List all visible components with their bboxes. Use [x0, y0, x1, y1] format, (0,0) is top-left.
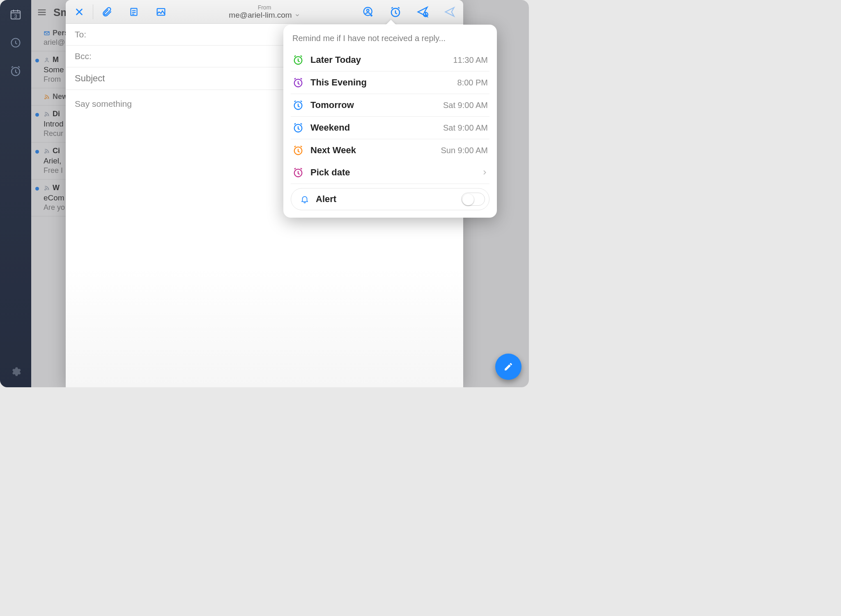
reminder-option[interactable]: This Evening8:00 PM [291, 71, 489, 94]
rss-icon [44, 185, 50, 191]
reminder-title: Remind me if I have not received a reply… [292, 34, 488, 43]
rss-icon [44, 111, 50, 117]
menu-icon[interactable] [36, 7, 48, 18]
reminder-option-time: Sun 9:00 AM [441, 146, 488, 155]
reminder-option-label: This Evening [310, 77, 451, 88]
send-button[interactable] [436, 0, 463, 23]
close-button[interactable] [66, 0, 93, 23]
rss-icon [44, 148, 50, 154]
unread-dot [35, 113, 39, 117]
reminder-option-time: Sat 9:00 AM [443, 123, 488, 133]
person-icon [44, 57, 50, 63]
svg-point-13 [367, 9, 369, 11]
nav-rail: 3 [0, 0, 31, 387]
rss-icon [44, 94, 50, 100]
svg-point-8 [45, 152, 46, 153]
chevron-right-icon [481, 169, 488, 176]
list-item-title: Di [53, 110, 60, 118]
reminder-option[interactable]: WeekendSat 9:00 AM [291, 117, 489, 139]
svg-text:3: 3 [14, 14, 17, 19]
reminder-option-label: Later Today [310, 55, 446, 65]
compose-toolbar: From me@ariel-lim.com [66, 0, 463, 24]
subject-placeholder: Subject [75, 73, 105, 83]
alert-toggle[interactable] [461, 193, 485, 206]
svg-point-6 [45, 98, 46, 99]
list-item-title: M [53, 55, 59, 64]
reminder-option-label: Tomorrow [310, 100, 437, 110]
svg-point-9 [45, 189, 46, 190]
bcc-label: Bcc: [75, 51, 92, 61]
calendar-icon[interactable]: 3 [9, 8, 22, 21]
reminder-option-time: 8:00 PM [457, 78, 488, 87]
reminder-option[interactable]: TomorrowSat 9:00 AM [291, 94, 489, 117]
list-item-title: W [53, 184, 60, 192]
clock-icon [292, 145, 304, 156]
reminder-popover: Remind me if I have not received a reply… [283, 25, 497, 218]
from-address: me@ariel-lim.com [229, 11, 292, 20]
svg-point-5 [46, 58, 48, 60]
pick-date-label: Pick date [310, 167, 475, 178]
clock-icon [292, 122, 304, 133]
clock-icon [292, 99, 304, 111]
add-contact-button[interactable] [355, 0, 382, 23]
svg-point-7 [45, 115, 46, 116]
to-label: To: [75, 30, 86, 39]
reminder-option-time: 11:30 AM [453, 55, 488, 65]
reminder-option-label: Next Week [310, 145, 434, 156]
alert-label: Alert [316, 194, 455, 205]
compose-fab[interactable] [495, 354, 522, 380]
snooze-icon[interactable] [9, 65, 22, 77]
chevron-down-icon [294, 12, 300, 18]
from-label: From [258, 4, 271, 11]
clock-icon [292, 54, 304, 66]
settings-icon[interactable] [10, 366, 21, 377]
unread-dot [35, 59, 39, 62]
unread-dot [35, 150, 39, 154]
attach-button[interactable] [93, 0, 120, 23]
body-placeholder: Say something [75, 99, 132, 108]
reminder-option[interactable]: Later Today11:30 AM [291, 49, 489, 71]
reminder-option-label: Weekend [310, 122, 437, 133]
reminder-pick-date[interactable]: Pick date [291, 161, 489, 184]
list-item-title: Ci [53, 147, 60, 155]
send-later-button[interactable] [409, 0, 436, 23]
clock-icon [292, 167, 304, 178]
image-button[interactable] [147, 0, 175, 23]
template-button[interactable] [120, 0, 147, 23]
alert-row: Alert [291, 188, 489, 210]
mail-icon [44, 30, 50, 37]
bell-icon [300, 195, 309, 204]
clock-icon [292, 77, 304, 88]
recent-icon[interactable] [10, 37, 21, 48]
reminder-option[interactable]: Next WeekSun 9:00 AM [291, 139, 489, 161]
unread-dot [35, 187, 39, 191]
reminder-option-time: Sat 9:00 AM [443, 101, 488, 110]
